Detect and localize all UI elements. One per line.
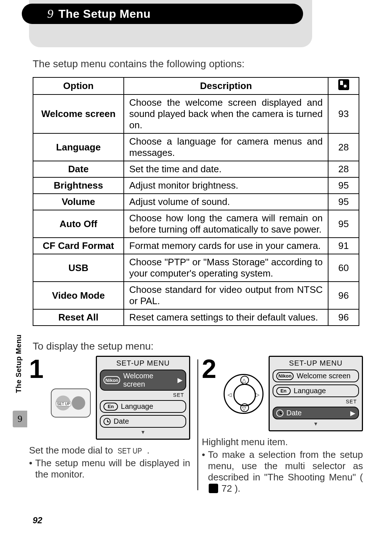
lcd-row-language: En Language <box>100 400 186 413</box>
step-2-bullet-b: ). <box>234 483 240 494</box>
description-cell: Choose a language for camera menus and m… <box>124 133 328 161</box>
description-cell: Choose how long the camera will remain o… <box>124 210 328 238</box>
lcd-set-label: SET <box>100 392 184 398</box>
pageref-icon <box>338 79 349 90</box>
page-cell: 28 <box>328 133 359 161</box>
table-row: Auto OffChoose how long the camera will … <box>33 210 359 238</box>
lcd-label-language: Language <box>121 402 153 411</box>
page-number: 92 <box>33 515 42 525</box>
step-1-bullet: The setup menu will be displayed in the … <box>35 458 190 480</box>
description-cell: Choose the welcome screen displayed and … <box>124 94 328 133</box>
description-cell: Adjust monitor brightness. <box>124 177 328 194</box>
description-cell: Set the time and date. <box>124 161 328 177</box>
description-cell: Choose standard for video output from NT… <box>124 282 328 309</box>
lcd-row-welcome: Nikon Welcome screen ▶ <box>100 370 186 391</box>
right-arrow-icon: ▷ <box>256 392 260 398</box>
lcd-tag-nikon: Nikon <box>103 376 120 384</box>
page-cell: 28 <box>328 161 359 177</box>
lcd2-row-language: En Language <box>273 384 359 397</box>
page-cell: 96 <box>328 309 359 326</box>
page-cell: 96 <box>328 282 359 309</box>
lcd-title-2: SET-UP MENU <box>273 359 359 367</box>
clock-icon <box>103 418 111 425</box>
description-cell: Adjust volume of sound. <box>124 194 328 210</box>
option-cell: Date <box>33 161 124 177</box>
lcd-tag-en: En <box>103 403 118 411</box>
option-cell: Volume <box>33 194 124 210</box>
page-cell: 91 <box>328 238 359 254</box>
step-1-caption: Set the mode dial to SET UP . The setup … <box>29 445 190 480</box>
table-row: USBChoose "PTP" or "Mass Storage" accord… <box>33 254 359 282</box>
option-cell: USB <box>33 254 124 282</box>
col-description: Description <box>124 77 328 94</box>
pageref-icon <box>209 484 218 493</box>
table-row: BrightnessAdjust monitor brightness.95 <box>33 177 359 194</box>
table-row: VolumeAdjust volume of sound.95 <box>33 194 359 210</box>
page-cell: 95 <box>328 194 359 210</box>
lcd2-row-welcome: Nikon Welcome screen <box>273 370 359 382</box>
option-cell: Language <box>33 133 124 161</box>
option-cell: Auto Off <box>33 210 124 238</box>
description-cell: Reset camera settings to their default v… <box>124 309 328 326</box>
intro-text: The setup menu contains the following op… <box>33 58 392 70</box>
description-cell: Format memory cards for use in your came… <box>124 238 328 254</box>
setup-options-table: Option Description Welcome screenChoose … <box>33 77 359 326</box>
lcd-label-date: Date <box>114 417 129 426</box>
lcd2-tag-nikon: Nikon <box>276 372 294 380</box>
lcd-label-welcome: Welcome screen <box>123 372 175 388</box>
table-row: Welcome screenChoose the welcome screen … <box>33 94 359 133</box>
right-arrow-icon: ▶ <box>350 409 355 417</box>
lcd-step2: SET-UP MENU Nikon Welcome screen En Lang… <box>269 356 363 431</box>
chapter-glyph: 9 <box>47 8 53 20</box>
option-cell: CF Card Format <box>33 238 124 254</box>
step-2: 2 △ ▽ ◁ ▷ SET-UP MENU Nikon Welcome scre… <box>198 356 370 494</box>
lcd2-label-welcome: Welcome screen <box>297 372 351 380</box>
chapter-banner: 9 The Setup Menu <box>0 0 392 47</box>
page-cell: 95 <box>328 210 359 238</box>
multi-selector-illustration: △ ▽ ◁ ▷ <box>224 374 264 414</box>
step-2-lead: Highlight menu item. <box>202 436 288 447</box>
option-cell: Video Mode <box>33 282 124 309</box>
lcd-more-indicator: ▼ <box>100 429 186 435</box>
left-arrow-icon: ◁ <box>228 392 232 398</box>
mode-dial-illustration: SET UP <box>51 388 91 418</box>
chapter-title: The Setup Menu <box>58 7 151 21</box>
lcd2-more-indicator: ▼ <box>273 421 359 427</box>
table-row: CF Card FormatFormat memory cards for us… <box>33 238 359 254</box>
right-arrow-icon: ▶ <box>177 376 183 384</box>
table-row: LanguageChoose a language for camera men… <box>33 133 359 161</box>
step-1-lead: Set the mode dial to <box>29 445 115 456</box>
lcd2-row-date: Date ▶ <box>273 407 359 419</box>
step-1-number: 1 <box>29 356 44 382</box>
mode-dial-label: SET UP <box>56 402 71 406</box>
display-subtitle: To display the setup menu: <box>33 340 392 352</box>
step-2-number: 2 <box>202 356 216 382</box>
description-cell: Choose "PTP" or "Mass Storage" according… <box>124 254 328 282</box>
up-arrow-icon: △ <box>242 377 246 383</box>
step-1-tail: . <box>147 445 150 456</box>
lcd2-label-language: Language <box>294 387 326 395</box>
table-row: Reset AllReset camera settings to their … <box>33 309 359 326</box>
steps-row: 1 SET UP SET-UP MENU Nikon Welcome scree… <box>0 356 392 494</box>
lcd-row-date: Date <box>100 415 186 428</box>
col-pageref <box>328 77 359 94</box>
clock-icon <box>276 410 283 417</box>
lcd2-label-date: Date <box>286 409 302 417</box>
lcd-title: SET-UP MENU <box>100 359 186 367</box>
banner-bar: 9 The Setup Menu <box>22 4 303 24</box>
step-1: 1 SET UP SET-UP MENU Nikon Welcome scree… <box>25 356 197 494</box>
step-2-caption: Highlight menu item. To make a selection… <box>202 436 363 494</box>
col-option: Option <box>33 77 124 94</box>
table-row: DateSet the time and date.28 <box>33 161 359 177</box>
page-cell: 60 <box>328 254 359 282</box>
lcd2-tag-en: En <box>276 387 291 395</box>
page-cell: 95 <box>328 177 359 194</box>
option-cell: Reset All <box>33 309 124 326</box>
page-cell: 93 <box>328 94 359 133</box>
option-cell: Brightness <box>33 177 124 194</box>
lcd-step1: SET-UP MENU Nikon Welcome screen ▶ SET E… <box>96 356 190 440</box>
table-row: Video ModeChoose standard for video outp… <box>33 282 359 309</box>
setup-dial-glyph: SET UP <box>118 446 142 456</box>
step-2-bullet-a: To make a selection from the setup menu,… <box>208 449 363 483</box>
lcd2-set-label: SET <box>273 399 357 404</box>
